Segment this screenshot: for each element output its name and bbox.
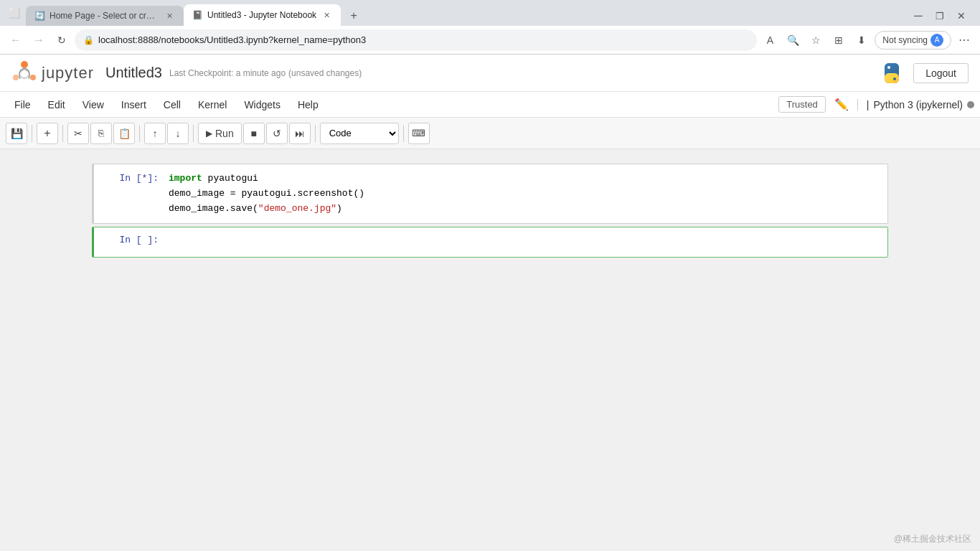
toolbar-separator-6 <box>403 125 404 142</box>
address-text: localhost:8888/notebooks/Untitled3.ipynb… <box>98 34 366 45</box>
menu-insert[interactable]: Insert <box>113 96 155 113</box>
menu-help[interactable]: Help <box>289 96 327 113</box>
checkpoint-text: Last Checkpoint: a minute ago <box>169 68 286 78</box>
new-tab-button[interactable]: + <box>344 6 364 26</box>
header-right: Logout <box>879 60 969 86</box>
jupyter-app: jupyter Untitled3 Last Checkpoint: a min… <box>0 55 980 551</box>
address-bar[interactable]: 🔒 localhost:8888/notebooks/Untitled3.ipy… <box>75 29 757 51</box>
svg-rect-5 <box>885 63 899 73</box>
toolbar-separator-4 <box>193 125 194 142</box>
close-window-button[interactable]: ✕ <box>951 6 971 26</box>
cell-2[interactable]: In [ ]: <box>92 227 888 258</box>
cell-1-input[interactable]: import pyautogui demo_image = pyautogui.… <box>166 164 887 223</box>
cell-2-input[interactable] <box>166 227 887 257</box>
jupyter-header: jupyter Untitled3 Last Checkpoint: a min… <box>0 55 980 92</box>
browser-tab-2[interactable]: 📓 Untitled3 - Jupyter Notebook ✕ <box>184 4 341 26</box>
tab1-label: Home Page - Select or create a ... <box>50 11 159 21</box>
notebook-title[interactable]: Untitled3 <box>105 65 162 81</box>
unsaved-text: (unsaved changes) <box>288 68 362 78</box>
trusted-button[interactable]: Trusted <box>778 96 826 113</box>
reload-button[interactable]: ↻ <box>52 30 72 50</box>
cell-type-select[interactable]: Code Markdown Raw NBConvert Heading <box>320 123 399 144</box>
cell-1-prompt: In [*]: <box>94 164 166 223</box>
back-button[interactable]: ← <box>6 30 26 50</box>
profile-button[interactable]: Α <box>760 30 780 50</box>
minimize-button[interactable]: ─ <box>908 6 928 26</box>
browser-tab-1[interactable]: 🔄 Home Page - Select or create a ... ✕ <box>26 6 184 26</box>
restart-button[interactable]: ↺ <box>266 123 288 144</box>
svg-point-0 <box>21 61 28 68</box>
toolbar-separator-5 <box>315 125 316 142</box>
downloads-button[interactable]: ⬇ <box>852 30 872 50</box>
run-label: Run <box>215 128 234 139</box>
jupyter-toolbar: 💾 + ✂ ⎘ 📋 ↑ ↓ ▶ Run ■ ↺ ⏭ Code Markdown … <box>0 118 980 149</box>
tab2-close[interactable]: ✕ <box>321 9 332 21</box>
cell-1[interactable]: In [*]: import pyautogui demo_image = py… <box>92 164 888 224</box>
forward-button[interactable]: → <box>29 30 49 50</box>
tab1-favicon: 🔄 <box>34 11 45 21</box>
save-button[interactable]: 💾 <box>6 123 27 144</box>
svg-point-7 <box>887 66 890 69</box>
add-cell-button[interactable]: + <box>37 123 58 144</box>
lock-icon: 🔒 <box>83 35 94 45</box>
menu-file[interactable]: File <box>6 96 39 113</box>
paste-button[interactable]: 📋 <box>113 123 135 144</box>
move-down-button[interactable]: ↓ <box>167 123 189 144</box>
svg-point-2 <box>13 75 19 80</box>
sync-avatar: A <box>930 34 943 47</box>
sync-button[interactable]: Not syncing A <box>875 31 951 50</box>
svg-point-8 <box>893 77 896 80</box>
restart-run-button[interactable]: ⏭ <box>289 123 311 144</box>
run-button[interactable]: ▶ Run <box>198 123 242 144</box>
window-icon: ⬜ <box>6 4 23 22</box>
sync-label: Not syncing <box>882 35 928 45</box>
toolbar-separator-2 <box>62 125 63 142</box>
svg-point-3 <box>19 68 29 78</box>
move-up-button[interactable]: ↑ <box>144 123 166 144</box>
stop-button[interactable]: ■ <box>243 123 265 144</box>
svg-rect-6 <box>885 73 899 83</box>
bookmark-button[interactable]: ⊞ <box>829 30 849 50</box>
watermark: @稀土掘金技术社区 <box>894 533 971 545</box>
tab1-close[interactable]: ✕ <box>164 10 175 22</box>
zoom-button[interactable]: 🔍 <box>783 30 803 50</box>
keyboard-shortcut-button[interactable]: ⌨ <box>408 123 430 144</box>
menu-widgets[interactable]: Widgets <box>235 96 289 113</box>
kernel-info: | Python 3 (ipykernel) <box>857 99 974 110</box>
copy-button[interactable]: ⎘ <box>90 123 112 144</box>
jupyter-menubar: File Edit View Insert Cell Kernel Widget… <box>0 92 980 118</box>
maximize-button[interactable]: ❐ <box>930 6 950 26</box>
menu-view[interactable]: View <box>74 96 113 113</box>
cell-2-prompt: In [ ]: <box>94 227 166 257</box>
jupyter-logo[interactable]: jupyter <box>11 60 94 86</box>
kernel-name-text: Python 3 (ipykernel) <box>873 99 963 110</box>
run-icon: ▶ <box>206 128 212 138</box>
jupyter-wordmark: jupyter <box>42 64 94 83</box>
more-options-button[interactable]: ⋯ <box>954 30 974 50</box>
bookmark-star-button[interactable]: ☆ <box>806 30 826 50</box>
toolbar-separator-1 <box>32 125 32 142</box>
notebook-container: In [*]: import pyautogui demo_image = py… <box>77 164 903 258</box>
kernel-status-dot <box>967 101 974 108</box>
jupyter-logo-icon <box>11 60 37 86</box>
cut-button[interactable]: ✂ <box>67 123 89 144</box>
svg-point-1 <box>30 75 36 80</box>
menu-edit[interactable]: Edit <box>39 96 74 113</box>
tab2-label: Untitled3 - Jupyter Notebook <box>207 10 316 20</box>
edit-notebook-icon[interactable]: ✏️ <box>829 95 854 113</box>
python-logo-icon <box>879 60 905 86</box>
notebook-content: In [*]: import pyautogui demo_image = py… <box>0 149 980 551</box>
menu-kernel[interactable]: Kernel <box>189 96 235 113</box>
menu-cell[interactable]: Cell <box>155 96 189 113</box>
tab2-favicon: 📓 <box>192 10 203 20</box>
kernel-name: | <box>867 99 870 110</box>
toolbar-separator-3 <box>139 125 140 142</box>
logout-button[interactable]: Logout <box>913 63 969 83</box>
